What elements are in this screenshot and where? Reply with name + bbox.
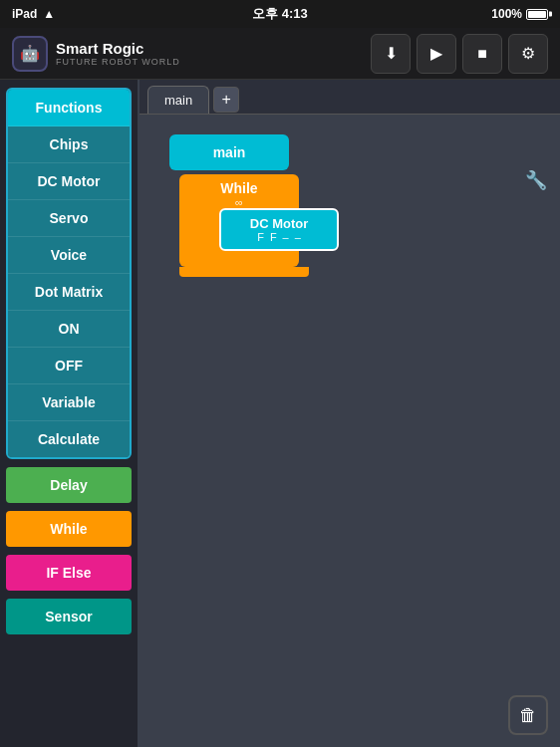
- time-label: 오후 4:13: [252, 6, 308, 21]
- app-header: 🤖 Smart Rogic FUTURE ROBOT WORLD ⬇ ▶ ■ ⚙: [0, 28, 560, 80]
- sidebar-cyan-group: Functions Chips DC Motor Servo Voice Dot…: [6, 88, 132, 459]
- wifi-icon: ▲: [43, 7, 55, 21]
- block-while-label: While: [189, 180, 289, 196]
- carrier-label: iPad: [12, 7, 37, 21]
- status-bar: iPad ▲ 오후 4:13 100%: [0, 0, 560, 28]
- delete-button[interactable]: 🗑: [508, 695, 548, 735]
- battery-label: 100%: [491, 7, 522, 21]
- block-canvas: 🔧 main While ∞ DC Motor F F: [140, 115, 560, 747]
- tab-add-button[interactable]: +: [213, 87, 239, 113]
- block-while-container: While ∞ DC Motor F F – –: [169, 174, 540, 277]
- tab-main[interactable]: main: [147, 86, 209, 114]
- block-while[interactable]: While ∞ DC Motor F F – –: [179, 174, 299, 267]
- sidebar-item-calculate[interactable]: Calculate: [8, 421, 130, 457]
- stop-button[interactable]: ■: [462, 34, 502, 74]
- sidebar-item-sensor[interactable]: Sensor: [6, 599, 132, 634]
- block-while-value: ∞: [189, 196, 289, 208]
- block-dcmotor[interactable]: DC Motor F F – –: [219, 208, 339, 251]
- block-while-bottom: [179, 267, 309, 277]
- sidebar-item-voice[interactable]: Voice: [8, 237, 130, 274]
- settings-button[interactable]: ⚙: [508, 34, 548, 74]
- sidebar-item-variable[interactable]: Variable: [8, 384, 130, 421]
- battery-icon: [526, 9, 548, 20]
- play-button[interactable]: ▶: [417, 34, 456, 74]
- sidebar-item-if-else[interactable]: IF Else: [6, 555, 132, 591]
- app-title: Smart Rogic: [56, 40, 180, 57]
- download-button[interactable]: ⬇: [371, 34, 411, 74]
- main-layout: Functions Chips DC Motor Servo Voice Dot…: [0, 80, 560, 747]
- sidebar-item-functions[interactable]: Functions: [8, 90, 130, 126]
- sidebar-item-servo[interactable]: Servo: [8, 200, 130, 237]
- sidebar: Functions Chips DC Motor Servo Voice Dot…: [0, 80, 140, 747]
- block-main[interactable]: main: [169, 134, 289, 170]
- sidebar-item-dot-matrix[interactable]: Dot Matrix: [8, 274, 130, 311]
- tabs-bar: main +: [140, 80, 560, 115]
- block-dcmotor-label: DC Motor: [231, 216, 327, 231]
- app-icon: 🤖: [12, 36, 48, 72]
- sidebar-item-on[interactable]: ON: [8, 311, 130, 348]
- canvas-area: main + 🔧 main While ∞: [140, 80, 560, 747]
- sidebar-item-off[interactable]: OFF: [8, 348, 130, 384]
- sidebar-item-delay[interactable]: Delay: [6, 467, 132, 503]
- app-logo: 🤖 Smart Rogic FUTURE ROBOT WORLD: [12, 36, 180, 72]
- sidebar-item-while[interactable]: While: [6, 511, 132, 547]
- header-buttons: ⬇ ▶ ■ ⚙: [371, 34, 548, 74]
- block-dcmotor-values: F F – –: [231, 231, 327, 243]
- app-subtitle: FUTURE ROBOT WORLD: [56, 57, 180, 67]
- sidebar-item-dc-motor[interactable]: DC Motor: [8, 163, 130, 200]
- sidebar-item-chips[interactable]: Chips: [8, 126, 130, 163]
- block-dcmotor-wrapper: DC Motor F F – –: [219, 208, 289, 251]
- wrench-button[interactable]: 🔧: [520, 164, 552, 196]
